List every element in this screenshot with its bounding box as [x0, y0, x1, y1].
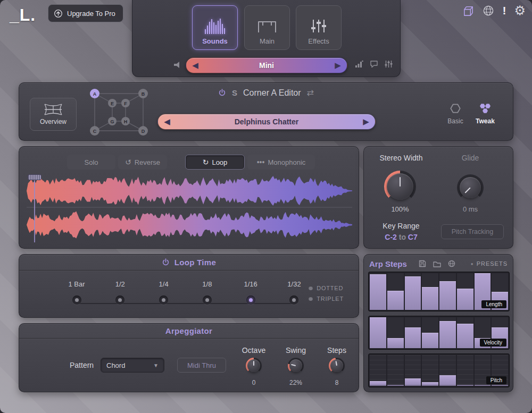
corner-map[interactable]: A B C D E F G H — [83, 85, 155, 140]
loop-time-power-icon[interactable] — [162, 258, 170, 266]
step-cell[interactable] — [457, 317, 473, 348]
overview-button[interactable]: Overview — [30, 98, 77, 131]
solo-button[interactable]: Solo — [67, 155, 115, 170]
loop-time-option-label: 1/32 — [279, 280, 309, 288]
step-cell[interactable] — [405, 355, 421, 386]
step-cell[interactable] — [387, 317, 404, 348]
radio-icon[interactable] — [115, 296, 124, 305]
corner-node-e-label: E — [111, 101, 114, 106]
corner-preset-selector[interactable]: ◀ Delphinus Chatter ▶ — [157, 114, 376, 130]
loop-time-option-1-16[interactable]: 1/16 — [236, 280, 265, 305]
radio-icon[interactable] — [159, 296, 168, 305]
corner-node-g-label: G — [110, 119, 114, 124]
radio-icon[interactable] — [72, 296, 81, 305]
steps-knob[interactable] — [329, 358, 345, 374]
waveform-display[interactable] — [27, 173, 352, 243]
reverse-button[interactable]: ↺ Reverse — [118, 155, 167, 170]
radio-icon[interactable] — [203, 296, 212, 305]
chat-icon[interactable] — [370, 60, 378, 68]
key-range-label: Key Range — [375, 222, 428, 230]
global-preset-selector[interactable]: ◀ Mini ▶ — [186, 57, 347, 73]
next-preset-arrow-icon[interactable]: ▶ — [329, 61, 347, 70]
triplet-label: TRIPLET — [317, 296, 344, 302]
step-cell[interactable] — [370, 317, 386, 348]
tab-sounds[interactable]: Sounds — [192, 5, 238, 50]
step-cell[interactable] — [405, 273, 421, 310]
octave-label: Octave — [232, 346, 275, 355]
step-cell[interactable] — [422, 317, 438, 348]
midi-thru-button[interactable]: Midi Thru — [177, 358, 226, 373]
loop-start-handle[interactable] — [28, 174, 41, 180]
voice-panel: Stereo Width 100% Glide 0 ms Key Range C… — [363, 146, 513, 249]
web-icon[interactable] — [448, 260, 455, 267]
folder-icon[interactable] — [433, 260, 441, 267]
step-cell[interactable] — [370, 273, 386, 310]
upgrade-to-pro-button[interactable]: Upgrade To Pro — [48, 4, 123, 22]
monophonic-button[interactable]: ••• Monophonic — [247, 155, 315, 170]
step-cell[interactable] — [439, 273, 456, 310]
corner-node-c-label: C — [93, 129, 97, 134]
cube-icon[interactable] — [462, 5, 475, 17]
triplet-toggle[interactable]: TRIPLET — [309, 296, 344, 302]
loop-time-option-1-2[interactable]: 1/2 — [105, 280, 135, 305]
step-cell[interactable] — [457, 355, 473, 386]
loop-time-option-1-bar[interactable]: 1 Bar — [62, 280, 92, 305]
prev-sound-arrow-icon[interactable]: ◀ — [158, 117, 176, 127]
prev-preset-arrow-icon[interactable]: ◀ — [186, 61, 204, 70]
power-icon[interactable] — [218, 89, 226, 97]
radio-icon[interactable] — [289, 296, 298, 305]
basic-hexagon-icon — [449, 102, 462, 115]
plugin-window: _L. Upgrade To Pro ! ⚙ Sounds — [0, 0, 532, 413]
save-icon[interactable] — [419, 260, 426, 267]
shuffle-icon[interactable]: ⇄ — [307, 88, 314, 98]
basic-mode-button[interactable]: Basic — [440, 102, 470, 125]
presets-bullet-icon: ● — [471, 262, 473, 266]
tab-main[interactable]: Main — [244, 5, 290, 50]
key-range-high[interactable]: C7 — [408, 233, 418, 241]
pitch-tracking-button[interactable]: Pitch Tracking — [441, 224, 504, 239]
tab-effects[interactable]: Effects — [296, 5, 342, 50]
step-cell[interactable] — [439, 355, 456, 386]
pattern-dropdown[interactable]: Chord ▼ — [101, 358, 164, 373]
step-cell[interactable] — [370, 355, 386, 386]
step-cell[interactable] — [439, 317, 456, 348]
loop-time-option-1-32[interactable]: 1/32 — [279, 280, 309, 305]
velocity-tag: Velocity — [480, 339, 506, 347]
solo-toggle[interactable]: S — [232, 88, 237, 97]
tweak-hexagons-icon — [478, 102, 492, 115]
step-cell[interactable] — [457, 273, 473, 310]
loop-button[interactable]: ↻ Loop — [185, 155, 245, 170]
sample-panel: Solo ↺ Reverse ↻ Loop ••• Monophonic — [19, 146, 359, 249]
loop-time-option-1-8[interactable]: 1/8 — [192, 280, 222, 305]
bars-icon[interactable] — [355, 60, 363, 68]
octave-knob[interactable] — [246, 358, 262, 374]
presets-button[interactable]: ● PRESETS — [471, 260, 508, 267]
globe-icon[interactable] — [483, 5, 494, 16]
radio-icon[interactable] — [246, 296, 255, 305]
loop-start-marker[interactable] — [34, 180, 35, 242]
key-range-low[interactable]: C-2 — [385, 233, 397, 241]
overview-grid-icon — [44, 103, 63, 116]
tweak-mode-button[interactable]: Tweak — [470, 102, 500, 125]
next-sound-arrow-icon[interactable]: ▶ — [357, 117, 375, 127]
speaker-icon[interactable] — [173, 61, 182, 69]
topbar-icons: ! ⚙ — [462, 4, 526, 17]
app-logo: _L. — [10, 5, 36, 25]
gear-icon[interactable]: ⚙ — [514, 4, 526, 17]
step-cell[interactable] — [387, 273, 404, 310]
glide-knob[interactable] — [457, 174, 484, 201]
stereo-width-knob[interactable] — [384, 171, 416, 203]
alert-icon[interactable]: ! — [502, 4, 506, 17]
dotted-toggle[interactable]: DOTTED — [309, 285, 344, 291]
length-step-grid: Length — [368, 272, 510, 311]
step-cell[interactable] — [422, 273, 438, 310]
step-cell[interactable] — [422, 355, 438, 386]
loop-time-option-1-4[interactable]: 1/4 — [149, 280, 179, 305]
steps-label: Steps — [315, 346, 358, 355]
key-range-values[interactable]: C-2 to C7 — [375, 233, 428, 241]
swing-knob[interactable] — [288, 358, 304, 374]
mixer-icon[interactable] — [384, 60, 393, 68]
loop-time-modes: DOTTED TRIPLET — [309, 285, 344, 302]
step-cell[interactable] — [387, 355, 404, 386]
step-cell[interactable] — [405, 317, 421, 348]
